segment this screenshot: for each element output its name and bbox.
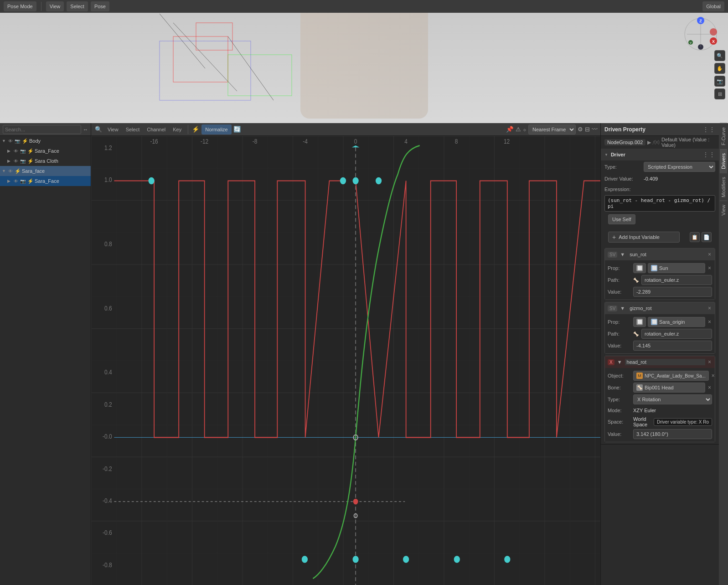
view-menu[interactable]: View [46, 1, 64, 11]
paste-btn[interactable]: 📄 [702, 232, 712, 242]
space-val-head-rot: World Space [633, 416, 649, 427]
type-select-head-rot[interactable]: X Rotation [633, 394, 712, 404]
var-body-gizmo-rot: Prop: ⬜ ⬜ Sara_origin × [605, 314, 715, 353]
object-delete-head-rot[interactable]: × [711, 373, 716, 379]
visibility-sara-face[interactable]: 👁 [14, 149, 18, 154]
graph-view-menu[interactable]: View [105, 124, 121, 135]
outliner-tree: ▼ 👁 📷 ⚡ Body ▶ 👁 📷 ⚡ Sara_Face ▶ 👁 📷 ⚡ S [0, 136, 91, 186]
visibility-sara-face-child[interactable]: 👁 [14, 179, 18, 184]
copy-btn[interactable]: 📋 [690, 232, 700, 242]
prop-delete-gizmo-rot[interactable]: × [707, 319, 712, 325]
graph-select-menu[interactable]: Select [123, 124, 143, 135]
side-tab-fcurve[interactable]: F-Curve [720, 123, 727, 149]
prop-obj-name-sun-rot[interactable]: ⬜ Sun [648, 263, 705, 273]
var-name-input-gizmo-rot[interactable] [628, 305, 705, 311]
expression-label: Expression: [604, 186, 630, 192]
visibility-sara-face-2[interactable]: 👁 [8, 169, 13, 174]
graph-search-icon[interactable]: 🔍 [94, 126, 103, 133]
driver-type-select[interactable]: Scripted Expression [644, 162, 715, 172]
path-input-gizmo-rot[interactable] [641, 329, 712, 339]
outliner-item-sara-face-2[interactable]: ▼ 👁 ⚡ Sara_face [0, 166, 91, 176]
mode-selector[interactable]: Pose Mode [4, 1, 36, 11]
visibility-body[interactable]: 👁 [8, 139, 13, 144]
side-tab-modifiers[interactable]: Modifiers [720, 173, 727, 201]
variable-sun-rot: SV ▼ × Prop: ⬜ [604, 248, 715, 300]
mode-lbl-head-rot: Mode: [608, 408, 630, 413]
driven-path-row: NodeGroup.002 ▶ 𝑓(x) Default Value (Valu… [601, 136, 719, 149]
svg-point-53 [505, 556, 510, 563]
driven-property-menu[interactable]: ⋮⋮ [702, 126, 715, 133]
graph-key-menu[interactable]: Key [170, 124, 184, 135]
visibility-sara-cloth[interactable]: 👁 [14, 159, 18, 164]
nearest-frame-select[interactable]: Nearest Frame [528, 124, 576, 135]
outliner-item-sara-cloth[interactable]: ▶ 👁 📷 ⚡ Sara Cloth [0, 156, 91, 166]
expression-input[interactable]: (sun_rot - head_rot - gizmo_rot) / pi [604, 195, 715, 212]
filter-icon[interactable]: ⬦ [523, 126, 527, 133]
grid-btn[interactable]: ⊞ [714, 88, 725, 99]
var-type-sun-rot: SV [608, 252, 617, 258]
outliner-item-body[interactable]: ▼ 👁 📷 ⚡ Body [0, 136, 91, 146]
var-dropdown-head-rot[interactable]: ▼ [616, 359, 623, 365]
zoom-in-btn[interactable]: 🔍 [714, 50, 725, 61]
var-dropdown-sun-rot[interactable]: ▼ [619, 252, 626, 257]
render-sara-cloth[interactable]: 📷 [20, 159, 26, 164]
driver-value-row: Driver Value: -0.409 [601, 173, 719, 184]
driver-section-menu[interactable]: ⋮⋮ [702, 151, 715, 158]
pose-menu[interactable]: Pose [91, 1, 109, 11]
var-dropdown-gizmo-rot[interactable]: ▼ [619, 305, 626, 311]
value-label-sun-rot: Value: [608, 289, 630, 295]
svg-text:0: 0 [354, 138, 357, 145]
outliner-item-sara-face-child[interactable]: ▶ 👁 📷 ⚡ Sara_Face [0, 176, 91, 186]
prop-cube-icon-gizmo-rot: ⬜ [636, 319, 643, 325]
value-display-head-rot: 3.142 (180.0°) [633, 429, 712, 439]
var-type-gizmo-rot: SV [608, 305, 617, 311]
use-self-btn[interactable]: Use Self [608, 214, 635, 224]
snap-icon[interactable]: 📌 [506, 126, 514, 133]
add-input-variable-btn[interactable]: + Add Input Variable [608, 232, 680, 243]
hand-btn[interactable]: ✋ [714, 63, 725, 74]
refresh-icon[interactable]: 🔄 [233, 126, 241, 133]
prop-square-btn-sun-rot[interactable]: ⬜ [633, 263, 646, 273]
svg-rect-4 [196, 23, 232, 50]
prop-square-btn-gizmo-rot[interactable]: ⬜ [633, 317, 646, 327]
var-close-head-rot[interactable]: × [707, 359, 712, 365]
driver-value-display: -0.409 [644, 176, 715, 181]
driven-property-header: Driven Property ⋮⋮ [601, 123, 719, 136]
bone-name-head-rot[interactable]: 🦴 Bip001 Head [633, 383, 705, 393]
var-name-input-sun-rot[interactable] [628, 251, 705, 258]
var-close-sun-rot[interactable]: × [707, 251, 712, 258]
outliner-item-sara-face[interactable]: ▶ 👁 📷 ⚡ Sara_Face [0, 146, 91, 156]
normalize-btn[interactable]: Normalize [201, 124, 232, 135]
bone-delete-head-rot[interactable]: × [707, 384, 712, 391]
graph-normalize-icon[interactable]: ⚡ [192, 126, 200, 133]
driver-section-label: Driver [611, 152, 625, 157]
3d-viewport[interactable]: Pose Mode View Select Pose Global Z X Y [0, 0, 728, 123]
graph-settings-icon[interactable]: ⚙ [578, 126, 583, 133]
graph-channel-menu[interactable]: Channel [144, 124, 168, 135]
path-input-sun-rot[interactable] [641, 275, 712, 285]
prop-obj-name-gizmo-rot[interactable]: ⬜ Sara_origin [648, 317, 705, 327]
global-selector[interactable]: Global [702, 1, 724, 11]
var-name-input-head-rot[interactable] [625, 359, 705, 365]
camera-btn[interactable]: 📷 [714, 76, 725, 87]
graph-expand-icon[interactable]: ⊟ [585, 126, 590, 133]
type-lbl-head-rot: Type: [608, 397, 630, 402]
prop-delete-sun-rot[interactable]: × [707, 265, 712, 271]
side-tab-view[interactable]: View [720, 201, 727, 219]
graph-canvas[interactable]: 1.2 1.0 0.8 0.6 0.4 0.2 -0.0 -0.2 -0.4 -… [91, 136, 600, 585]
var-close-gizmo-rot[interactable]: × [707, 305, 712, 311]
filter-arrow[interactable]: ↔ [83, 127, 88, 132]
warning-icon[interactable]: ⚠ [516, 126, 521, 133]
render-body[interactable]: 📷 [15, 139, 20, 144]
viewport-gizmo[interactable]: Z X Y [682, 16, 719, 52]
graph-wave-icon[interactable]: 〰 [592, 126, 598, 133]
var-type-head-rot: X [608, 359, 614, 365]
render-sara-face-child[interactable]: 📷 [20, 179, 26, 184]
object-value-head-rot: M NPC_Avatar_Lady_Bow_Sa... × [633, 371, 716, 381]
driver-section-header[interactable]: ▼ Driver ⋮⋮ [601, 149, 719, 160]
outliner-search[interactable] [3, 125, 81, 134]
select-menu-top[interactable]: Select [67, 1, 88, 11]
object-name-head-rot[interactable]: M NPC_Avatar_Lady_Bow_Sa... [633, 371, 709, 381]
render-sara-face[interactable]: 📷 [20, 149, 26, 154]
side-tab-drivers[interactable]: Drivers [720, 149, 727, 173]
